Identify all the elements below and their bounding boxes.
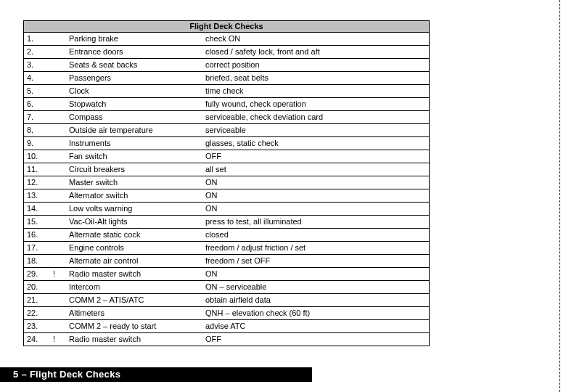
row-mark: ! <box>50 333 66 346</box>
row-action: freedom / adjust friction / set <box>202 242 430 255</box>
row-number: 11. <box>24 163 51 176</box>
row-number: 23. <box>24 320 51 333</box>
row-action: ON <box>202 268 430 281</box>
row-action: ON <box>202 176 430 189</box>
row-mark <box>50 176 66 189</box>
row-item: Engine controls <box>66 242 202 255</box>
row-action: closed / safety lock, front and aft <box>202 46 430 59</box>
table-row: 24.!Radio master switchOFF <box>24 333 430 346</box>
checklist-table: Flight Deck Checks 1.Parking brakecheck … <box>23 20 430 346</box>
table-row: 3.Seats & seat backscorrect position <box>24 59 430 72</box>
row-item: Circuit breakers <box>66 163 202 176</box>
row-mark <box>50 72 66 85</box>
row-action: briefed, seat belts <box>202 72 430 85</box>
row-action: glasses, static check <box>202 137 430 150</box>
row-action: fully wound, check operation <box>202 98 430 111</box>
row-mark <box>50 46 66 59</box>
row-item: Low volts warning <box>66 203 202 216</box>
table-row: 10.Fan switchOFF <box>24 150 430 163</box>
row-item: Alternator switch <box>66 189 202 203</box>
row-item: Outside air temperature <box>66 124 202 137</box>
row-number: 29. <box>24 268 51 281</box>
row-item: COMM 2 – ATIS/ATC <box>66 294 202 307</box>
row-action: serviceable <box>202 124 430 137</box>
row-item: Intercom <box>66 281 202 294</box>
row-number: 16. <box>24 229 51 242</box>
row-number: 9. <box>24 137 51 150</box>
row-item: Master switch <box>66 176 202 189</box>
table-row: 13.Alternator switchON <box>24 189 430 203</box>
row-number: 12. <box>24 176 51 189</box>
row-action: all set <box>202 163 430 176</box>
table-row: 20.IntercomON – serviceable <box>24 281 430 294</box>
table-row: 11.Circuit breakersall set <box>24 163 430 176</box>
page-edge-rule <box>559 0 560 392</box>
table-row: 12.Master switchON <box>24 176 430 189</box>
row-number: 24. <box>24 333 51 346</box>
row-mark <box>50 150 66 163</box>
row-action: obtain airfield data <box>202 294 430 307</box>
table-row: 6.Stopwatchfully wound, check operation <box>24 98 430 111</box>
row-number: 8. <box>24 124 51 137</box>
table-row: 16.Alternate static cockclosed <box>24 229 430 242</box>
row-action: press to test, all illuminated <box>202 216 430 229</box>
table-row: 4.Passengersbriefed, seat belts <box>24 72 430 85</box>
row-action: ON <box>202 189 430 203</box>
table-row: 18.Alternate air controlfreedom / set OF… <box>24 255 430 268</box>
row-item: Entrance doors <box>66 46 202 59</box>
table-row: 5.Clocktime check <box>24 85 430 98</box>
row-number: 20. <box>24 281 51 294</box>
row-action: closed <box>202 229 430 242</box>
row-item: Alternate static cock <box>66 229 202 242</box>
checklist-rows: 1.Parking brakecheck ON2.Entrance doorsc… <box>23 32 430 346</box>
table-row: 1.Parking brakecheck ON <box>24 33 430 46</box>
row-mark <box>50 111 66 124</box>
row-action: QNH – elevation check (60 ft) <box>202 307 430 320</box>
row-number: 4. <box>24 72 51 85</box>
row-number: 5. <box>24 85 51 98</box>
row-action: OFF <box>202 150 430 163</box>
row-number: 3. <box>24 59 51 72</box>
row-mark <box>50 124 66 137</box>
table-row: 29.!Radio master switchON <box>24 268 430 281</box>
table-title: Flight Deck Checks <box>23 20 430 32</box>
row-item: Radio master switch <box>66 268 202 281</box>
table-row: 2.Entrance doorsclosed / safety lock, fr… <box>24 46 430 59</box>
row-action: correct position <box>202 59 430 72</box>
row-mark <box>50 242 66 255</box>
row-action: freedom / set OFF <box>202 255 430 268</box>
row-item: Instruments <box>66 137 202 150</box>
row-mark <box>50 189 66 203</box>
row-mark <box>50 320 66 333</box>
row-item: Radio master switch <box>66 333 202 346</box>
row-mark <box>50 294 66 307</box>
row-item: Fan switch <box>66 150 202 163</box>
page-footer: 5 – Flight Deck Checks <box>0 367 312 382</box>
row-item: Parking brake <box>66 33 202 46</box>
table-row: 8.Outside air temperatureserviceable <box>24 124 430 137</box>
row-mark <box>50 307 66 320</box>
row-mark <box>50 216 66 229</box>
row-action: serviceable, check deviation card <box>202 111 430 124</box>
row-mark <box>50 59 66 72</box>
row-number: 21. <box>24 294 51 307</box>
row-item: Altimeters <box>66 307 202 320</box>
row-action: OFF <box>202 333 430 346</box>
row-item: Alternate air control <box>66 255 202 268</box>
row-mark <box>50 281 66 294</box>
row-number: 6. <box>24 98 51 111</box>
row-mark <box>50 203 66 216</box>
row-mark <box>50 255 66 268</box>
page: Flight Deck Checks 1.Parking brakecheck … <box>0 0 566 392</box>
row-number: 2. <box>24 46 51 59</box>
row-number: 10. <box>24 150 51 163</box>
row-action: ON <box>202 203 430 216</box>
table-row: 21.COMM 2 – ATIS/ATCobtain airfield data <box>24 294 430 307</box>
table-row: 17.Engine controlsfreedom / adjust frict… <box>24 242 430 255</box>
row-item: Vac-Oil-Alt lights <box>66 216 202 229</box>
row-item: Stopwatch <box>66 98 202 111</box>
row-number: 13. <box>24 189 51 203</box>
table-row: 15.Vac-Oil-Alt lightspress to test, all … <box>24 216 430 229</box>
table-row: 7.Compassserviceable, check deviation ca… <box>24 111 430 124</box>
footer-text: 5 – Flight Deck Checks <box>0 367 312 380</box>
